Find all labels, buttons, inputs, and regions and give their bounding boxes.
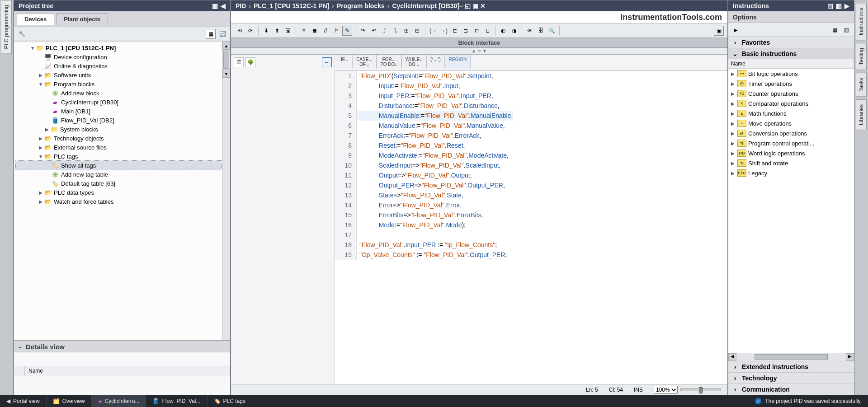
tb-icon[interactable]: →)	[439, 26, 449, 36]
chevron-down-icon[interactable]: ⌄	[18, 343, 22, 350]
minimize-icon[interactable]: –	[459, 2, 463, 9]
tab-plant-objects[interactable]: Plant objects	[56, 13, 108, 25]
tree-watch-force[interactable]: ▶ 📂 Watch and force tables	[16, 197, 221, 206]
footer-tab-flowpidval[interactable]: 🛢️Flow_PID_Val...	[146, 395, 207, 407]
tree-program-blocks[interactable]: ▼ 📂 Program blocks	[16, 80, 221, 89]
tb-icon[interactable]: (→	[428, 26, 438, 36]
tree-external-source[interactable]: ▶ 📂 External source files	[16, 143, 221, 152]
tb-download-icon[interactable]: ⬇	[261, 26, 271, 36]
tree-flow-pid-val[interactable]: 🛢️ Flow_PID_Val [DB2]	[16, 116, 221, 125]
instruction-row[interactable]: ▶<Comparator operations	[728, 98, 854, 108]
network-view-icon[interactable]: 🔧	[17, 29, 27, 39]
chevron-right-icon[interactable]: ▶	[44, 127, 50, 132]
splitter-handle-icon[interactable]: ━	[478, 48, 481, 53]
chevron-right-icon[interactable]: ▶	[731, 131, 737, 136]
code-line[interactable]: 11 Output=>"Flow_PID_Val".Output,	[335, 170, 727, 180]
navigator-icon[interactable]: ↔	[322, 57, 332, 67]
tree-online-diag[interactable]: 📈 Online & diagnostics	[16, 61, 221, 70]
code-line[interactable]: 15 ErrorBits=>"Flow_PID_Val".ErrorBits,	[335, 210, 727, 220]
maximize-icon[interactable]: ▣	[472, 2, 478, 9]
project-tree[interactable]: ▼ 📁 PLC_1 [CPU 1512C-1 PN] 🖥️ Device con…	[14, 41, 230, 340]
tb-comment-icon[interactable]: //	[321, 26, 330, 36]
code-line[interactable]: 4 Disturbance:="Flow_PID_Val".Disturbanc…	[335, 101, 727, 111]
chevron-right-icon[interactable]: ▶	[731, 161, 737, 166]
tree-cyclic-interrupt[interactable]: ▰ CyclicInterrupt [OB30]	[16, 98, 221, 107]
section-communication[interactable]: ›Communication	[728, 384, 854, 395]
code-line[interactable]: 10 ScaledInput=>"Flow_PID_Val".ScaledInp…	[335, 160, 727, 170]
section-favorites[interactable]: › Favorites	[728, 37, 854, 48]
code-line[interactable]: 17	[335, 230, 727, 240]
chevron-right-icon[interactable]: ▶	[731, 91, 737, 96]
vtab-instructions[interactable]: Instructions	[856, 3, 867, 40]
tb-uncomment-icon[interactable]: /*	[331, 26, 341, 36]
layout-icon[interactable]: ▤	[827, 2, 833, 9]
tb-icon[interactable]: ↶	[369, 26, 379, 36]
chevron-right-icon[interactable]: ▶	[38, 199, 44, 204]
code-line[interactable]: 13 State=>"Flow_PID_Val".State,	[335, 190, 727, 200]
tree-plc-root[interactable]: ▼ 📁 PLC_1 [CPU 1512C-1 PN]	[16, 43, 221, 52]
tree-show-all-tags[interactable]: 🏷️ Show all tags	[16, 161, 221, 170]
tree-device-config[interactable]: 🖥️ Device configuration	[16, 52, 221, 61]
code-line[interactable]: 7 ErrorAck:="Flow_PID_Val".ErrorAck,	[335, 131, 727, 140]
scroll-left-icon[interactable]: ◀	[728, 353, 736, 361]
tree-plc-tags[interactable]: ▼ 📂 PLC tags	[16, 152, 221, 161]
chevron-right-icon[interactable]: ▶	[38, 190, 44, 195]
chevron-right-icon[interactable]: ▶	[731, 121, 737, 126]
tb-icon[interactable]: ⊞	[401, 26, 411, 36]
footer-tab-overview[interactable]: 🗂️Overview	[47, 395, 92, 407]
tb-icon[interactable]: ⤵	[391, 26, 401, 36]
tree-main-ob1[interactable]: ▰ Main [OB1]	[16, 107, 221, 116]
view-icon[interactable]: ▥	[841, 25, 851, 35]
tb-format-icon[interactable]: ✎	[342, 26, 352, 36]
chevron-down-icon[interactable]: ▼	[38, 82, 44, 87]
code-line[interactable]: 8 Reset:="Flow_PID_Val".Reset,	[335, 140, 727, 150]
footer-tab-cyclicinterrupt[interactable]: ▰CyclicInterru...	[92, 395, 146, 407]
instruction-row[interactable]: ▶+1Counter operations	[728, 89, 854, 98]
code-line[interactable]: 16 Mode:="Flow_PID_Val".Mode);	[335, 220, 727, 230]
panel-collapse-icon[interactable]: ◀	[221, 2, 226, 9]
tb-upload-icon[interactable]: ⬆	[272, 26, 282, 36]
scroll-thumb[interactable]	[755, 354, 828, 360]
block-interface-header[interactable]: Block interface	[231, 38, 727, 48]
instructions-list[interactable]: ▶⊶Bit logic operations▶◷Timer operations…	[728, 69, 854, 353]
outline-tree-icon[interactable]: 🌳	[245, 57, 255, 67]
code-line[interactable]: 19"Op_Valve_Counts" := "Flow_PID_Val".Ou…	[335, 250, 727, 260]
tree-add-new-tag-table[interactable]: ✳️ Add new tag table	[16, 170, 221, 179]
tb-icon[interactable]: ◑	[509, 26, 519, 36]
instruction-row[interactable]: ▶⊶Bit logic operations	[728, 69, 854, 79]
instructions-col-name[interactable]: Name	[728, 59, 854, 68]
tb-icon[interactable]: 🗄	[536, 26, 546, 36]
chevron-right-icon[interactable]: ▶	[731, 151, 737, 156]
breadcrumb-item[interactable]: PLC_1 [CPU 1512C-1 PN]	[254, 2, 329, 9]
tb-icon[interactable]: ⟲	[235, 26, 245, 36]
tb-icon[interactable]: ⊏	[450, 26, 460, 36]
instruction-row[interactable]: ▶±Math functions	[728, 108, 854, 118]
tree-system-blocks[interactable]: ▶ 📁 System blocks	[16, 125, 221, 134]
outline-icon[interactable]: ☰	[234, 57, 244, 67]
tb-goto-icon[interactable]: ↷	[358, 26, 368, 36]
tree-default-tag-table[interactable]: 🏷️ Default tag table [63]	[16, 179, 221, 188]
vtab-libraries[interactable]: Libraries	[856, 99, 867, 130]
portal-view-button[interactable]: ◀ Portal view	[0, 395, 47, 407]
vtab-tasks[interactable]: Tasks	[856, 73, 867, 97]
instruction-row[interactable]: ▶→Move operations	[728, 118, 854, 128]
tb-icon[interactable]: ⊔	[482, 26, 492, 36]
section-extended-instructions[interactable]: ›Extended instructions	[728, 361, 854, 372]
chevron-right-icon[interactable]: ▶	[731, 171, 737, 176]
chevron-right-icon[interactable]: ▶	[731, 141, 737, 146]
code-line[interactable]: 2 Input:="Flow_PID_Val".Input,	[335, 81, 727, 91]
instruction-row[interactable]: ▶ETCLegacy	[728, 168, 854, 178]
snippet-while[interactable]: WHILE..DO...	[401, 55, 426, 69]
tb-outdent-icon[interactable]: ≣	[310, 26, 320, 36]
instruction-row[interactable]: ▶◷Timer operations	[728, 79, 854, 89]
vtab-plc-programming[interactable]: PLC programming	[1, 0, 12, 54]
tb-icon[interactable]: 🔍	[547, 26, 557, 36]
tab-devices[interactable]: Devices	[17, 13, 54, 25]
code-line[interactable]: 14 Error=>"Flow_PID_Val".Error,	[335, 200, 727, 210]
tree-software-units[interactable]: ▶ 📂 Software units	[16, 70, 221, 80]
snippet-region[interactable]: REGION	[445, 55, 471, 69]
tb-icon[interactable]: ⊟	[412, 26, 422, 36]
instruction-row[interactable]: ▶⟲Shift and rotate	[728, 158, 854, 168]
splitter-down-icon[interactable]: ▼	[482, 48, 487, 53]
chevron-right-icon[interactable]: ▶	[38, 73, 44, 78]
